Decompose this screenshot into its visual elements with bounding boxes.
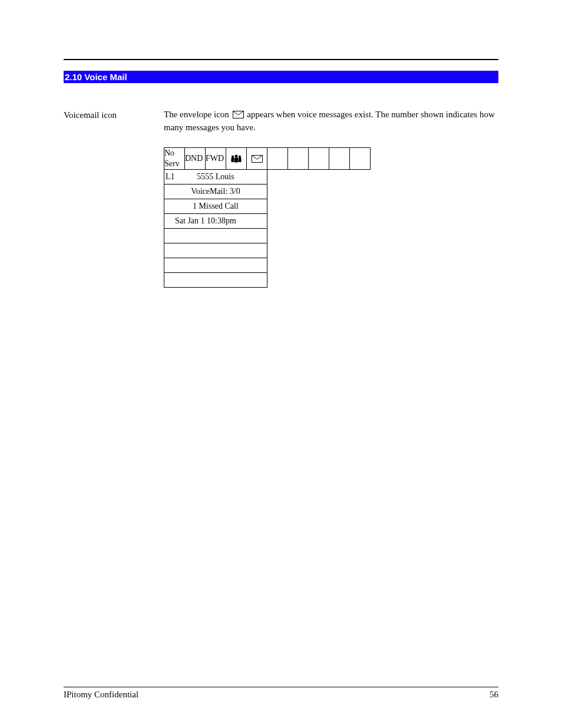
page: 2.10 Voice Mail Voicemail icon The envel… <box>0 0 562 728</box>
status-fwd: FWD <box>206 148 226 170</box>
svg-point-3 <box>235 155 238 158</box>
line-text: 5555 Louis <box>164 172 267 182</box>
footer: IPitomy Confidential 56 <box>64 687 498 700</box>
envelope-status-icon <box>247 148 267 170</box>
svg-rect-6 <box>239 158 242 162</box>
line-row: L1 5555 Louis <box>164 170 371 185</box>
datetime-row: Sat Jan 1 10:38pm <box>164 214 371 229</box>
voicemail-row: VoiceMail: 3/0 <box>164 185 371 199</box>
status-empty <box>329 148 350 170</box>
missed-text: 1 Missed Call <box>164 199 267 214</box>
empty-row <box>164 273 371 288</box>
footer-page-number: 56 <box>490 690 498 700</box>
line-label: L1 <box>166 172 175 182</box>
empty-cell <box>164 243 267 258</box>
svg-point-5 <box>239 156 241 158</box>
datetime-text: Sat Jan 1 10:38pm <box>164 214 267 229</box>
svg-rect-2 <box>232 158 234 162</box>
envelope-icon <box>233 110 244 122</box>
content-row: Voicemail icon The envelope icon appears… <box>64 109 498 288</box>
main-column: The envelope icon appears when voice mes… <box>164 109 498 288</box>
status-empty <box>309 148 329 170</box>
missed-row: 1 Missed Call <box>164 199 371 214</box>
empty-cell <box>164 273 267 288</box>
description: The envelope icon appears when voice mes… <box>164 109 498 133</box>
footer-line: IPitomy Confidential 56 <box>64 690 498 700</box>
voicemail-text: VoiceMail: 3/0 <box>164 185 267 199</box>
status-empty <box>267 148 288 170</box>
svg-rect-4 <box>234 158 238 163</box>
status-noserv: No Serv <box>164 148 185 170</box>
empty-row <box>164 258 371 273</box>
status-row: No Serv DND FWD <box>164 148 371 170</box>
section-header: 2.10 Voice Mail <box>64 71 498 83</box>
svg-point-1 <box>232 156 234 158</box>
status-empty <box>350 148 371 170</box>
group-icon <box>226 148 247 170</box>
empty-cell <box>164 258 267 273</box>
empty-row <box>164 229 371 243</box>
footer-left: IPitomy Confidential <box>64 690 138 700</box>
empty-row <box>164 243 371 258</box>
phone-display: No Serv DND FWD <box>164 147 371 288</box>
status-empty <box>288 148 309 170</box>
side-label: Voicemail icon <box>64 109 164 288</box>
status-dnd: DND <box>185 148 206 170</box>
desc-pre: The envelope icon <box>164 110 232 119</box>
top-rule <box>64 59 498 60</box>
footer-rule <box>64 687 498 687</box>
empty-cell <box>164 229 267 243</box>
